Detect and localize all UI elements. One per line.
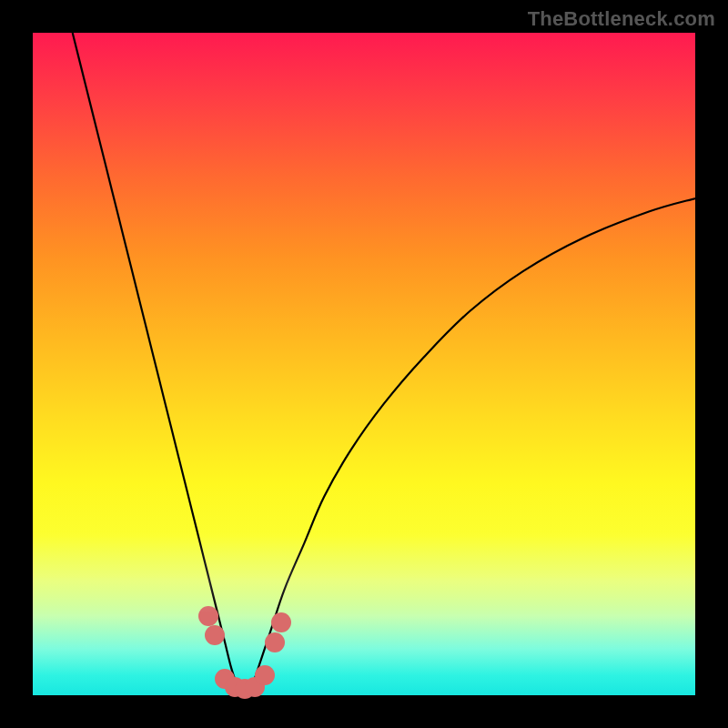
curve-left-curve (73, 33, 238, 689)
data-marker (265, 632, 285, 652)
data-marker (205, 625, 225, 645)
bottleneck-curve (33, 33, 695, 695)
curve-right-curve (251, 198, 695, 689)
plot-area (33, 33, 695, 695)
chart-frame: TheBottleneck.com (0, 0, 728, 728)
data-marker (198, 606, 218, 626)
watermark-text: TheBottleneck.com (528, 7, 715, 31)
data-marker (255, 665, 275, 685)
data-marker (271, 612, 291, 632)
